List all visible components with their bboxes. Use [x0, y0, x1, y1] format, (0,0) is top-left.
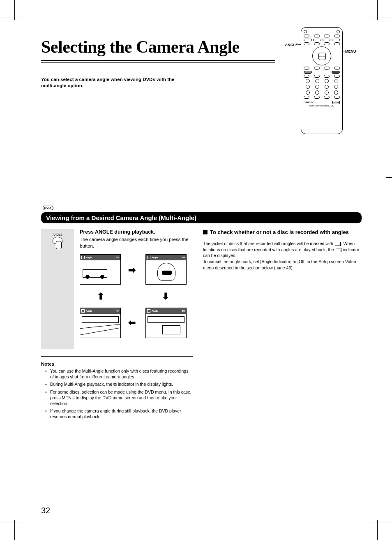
side-tick — [386, 177, 392, 178]
intro-text: You can select a camera angle when viewi… — [41, 76, 181, 89]
crop-mark — [377, 520, 378, 540]
angle-frame-4: Angle4/4 — [80, 308, 121, 338]
step-text: The camera angle changes each time you p… — [80, 236, 193, 249]
step-body: Press ANGLE during playback. The camera … — [80, 229, 193, 349]
page-number: 32 — [41, 506, 50, 515]
angle-cycle-diagram: Angle1/4 Angle2/4 Angle3/4 Angle4/4 — [80, 254, 187, 349]
callout-angle: ANGLE — [285, 43, 298, 47]
note-item: For some discs, selection can be made us… — [47, 389, 193, 407]
crop-mark — [377, 0, 378, 20]
left-column: ANGLE Press ANGLE during playback. The c… — [41, 229, 193, 421]
crop-mark — [372, 522, 392, 522]
notes-list: You can use the Multi-Angle function onl… — [41, 368, 193, 419]
subsection-heading: To check whether or not a disc is record… — [203, 229, 362, 236]
callout-menu: MENU — [345, 49, 356, 53]
angle-frame-1: Angle1/4 — [80, 254, 121, 285]
page-content: Selecting the Camera Angle You can selec… — [41, 37, 362, 421]
remote-brand: ONKYO — [304, 101, 315, 104]
sub-rule — [203, 238, 362, 238]
arrow-left-icon: ⬅ — [128, 318, 136, 328]
remote-body: ENTER ONKYODVD REMOTE CONTROL UNIT RC-xx… — [301, 27, 343, 134]
crop-mark — [372, 18, 392, 18]
subsection-text-1: The jacket of discs that are recorded wi… — [203, 241, 362, 259]
remote-diagram: ANGLE MENU ENTER ONKYODVD — [279, 37, 362, 144]
note-item: If you change the camera angle during st… — [47, 408, 193, 419]
angle-indicator-icon — [336, 248, 341, 252]
page-title: Selecting the Camera Angle — [41, 37, 275, 59]
press-angle-icon — [51, 237, 64, 250]
title-rule — [41, 60, 275, 63]
crop-mark — [0, 522, 20, 522]
square-bullet-icon — [203, 230, 208, 234]
arrow-down-icon: ⬇ — [162, 291, 169, 302]
subsection-text-2: To cancel the angle mark, set [Angle Ind… — [203, 259, 362, 271]
crop-mark — [0, 18, 20, 18]
divider — [41, 356, 193, 357]
remote-model: REMOTE CONTROL UNIT RC-xxxDV — [304, 105, 340, 107]
angle-frame-2: Angle2/4 — [145, 254, 187, 285]
crop-mark — [14, 520, 15, 540]
notes-heading: Notes — [41, 362, 193, 366]
header-row: Selecting the Camera Angle You can selec… — [41, 37, 362, 144]
note-item: You can use the Multi-Angle function onl… — [47, 368, 193, 380]
dvd-tag: DVD — [43, 206, 53, 210]
step-heading: Press ANGLE during playback. — [80, 229, 193, 235]
angle-indicator-icon — [335, 242, 341, 246]
section-heading: Viewing from a Desired Camera Angle (Mul… — [41, 212, 362, 223]
step-icon-box: ANGLE — [41, 229, 74, 349]
note-item: During Multi-Angle playback, the ⧉ indic… — [47, 381, 193, 387]
columns: ANGLE Press ANGLE during playback. The c… — [41, 229, 362, 421]
angle-frame-3: Angle3/4 — [145, 308, 187, 338]
arrow-up-icon: ⬆ — [97, 291, 104, 302]
dvd-logo-icon: DVD — [332, 101, 340, 104]
enter-button: ENTER — [318, 53, 326, 60]
step-row: ANGLE Press ANGLE during playback. The c… — [41, 229, 193, 349]
right-column: To check whether or not a disc is record… — [203, 229, 362, 421]
angle-button-label: ANGLE — [53, 233, 62, 236]
title-block: Selecting the Camera Angle You can selec… — [41, 37, 275, 89]
crop-mark — [14, 0, 15, 20]
arrow-right-icon: ➡ — [128, 265, 136, 276]
